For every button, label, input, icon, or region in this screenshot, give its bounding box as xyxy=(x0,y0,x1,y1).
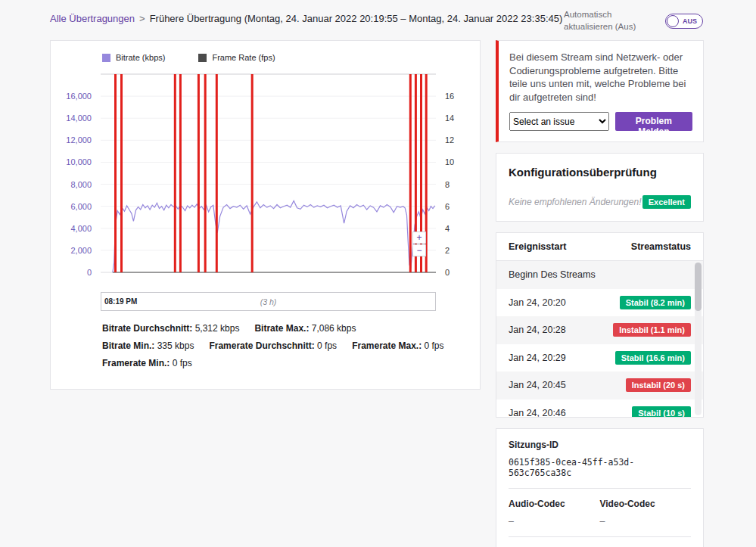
auto-refresh-toggle[interactable]: AUS xyxy=(665,14,703,29)
issue-alert-card: Bei diesem Stream sind Netzwerk- oder Co… xyxy=(496,40,704,142)
event-time: Jan 24, 20:45 xyxy=(509,380,566,390)
breadcrumb-separator: > xyxy=(139,13,145,24)
top-bar: Alle Übertragungen>Frühere Übertragung (… xyxy=(0,0,756,40)
configuration-check-card: Konfigurationsüberprüfung Keine empfohle… xyxy=(496,153,704,222)
stream-stats: Bitrate Durchschnitt: 5,312 kbpsBitrate … xyxy=(102,323,468,368)
breadcrumb-link-all-broadcasts[interactable]: Alle Übertragungen xyxy=(50,13,135,24)
issue-alert-message: Bei diesem Stream sind Netzwerk- oder Co… xyxy=(509,51,692,104)
breadcrumb: Alle Übertragungen>Frühere Übertragung (… xyxy=(50,9,562,24)
session-id-label: Sitzungs-ID xyxy=(509,440,691,450)
events-column-status: Streamstatus xyxy=(631,241,691,252)
axis-tick-label: 2,000 xyxy=(70,246,92,255)
axis-tick-label: 0 xyxy=(445,268,450,277)
session-field-label: Video-Codec xyxy=(600,499,692,509)
disconnect-marker xyxy=(174,74,176,272)
events-scrollbar[interactable] xyxy=(695,263,702,415)
chart-legend: Bitrate (kbps)Frame Rate (fps) xyxy=(102,53,468,62)
legend-label: Bitrate (kbps) xyxy=(116,53,165,62)
events-scrollbar-thumb[interactable] xyxy=(695,263,702,311)
session-field: Audio-Codec– xyxy=(509,499,600,527)
stat: Framerate Durchschnitt: 0 fps xyxy=(209,340,337,351)
auto-refresh-label: Automatisch aktualisieren (Aus) xyxy=(564,9,656,33)
axis-tick-label: 14 xyxy=(445,113,454,123)
breadcrumb-current: Frühere Übertragung (Montag, 24. Januar … xyxy=(150,13,563,24)
disconnect-marker xyxy=(114,74,117,272)
session-field-value: – xyxy=(509,516,600,527)
axis-tick-label: 4,000 xyxy=(70,224,92,233)
stream-health-chart-card: Bitrate (kbps)Frame Rate (fps) 02,0004,0… xyxy=(50,40,481,390)
status-badge: Instabil (1.1 min) xyxy=(613,323,691,337)
event-time: Jan 24, 20:20 xyxy=(509,297,566,308)
event-row: Jan 24, 20:46Stabil (10 s) xyxy=(496,399,703,418)
axis-tick-label: 6,000 xyxy=(70,202,92,211)
event-row: Jan 24, 20:45Instabil (20 s) xyxy=(496,371,703,399)
status-badge: Instabil (20 s) xyxy=(626,378,691,392)
axis-tick-label: 12 xyxy=(445,135,454,145)
legend-swatch-icon xyxy=(102,54,110,62)
events-list: Beginn Des StreamsJan 24, 20:20Stabil (8… xyxy=(496,261,703,417)
configuration-check-message: Keine empfohlenen Änderungen! xyxy=(509,197,641,207)
event-time: Beginn Des Streams xyxy=(509,269,596,280)
stream-events-card: Ereignisstart Streamstatus Beginn Des St… xyxy=(496,232,704,418)
disconnect-marker xyxy=(179,74,182,272)
legend-swatch-icon xyxy=(198,54,207,62)
disconnect-marker xyxy=(409,74,412,272)
bitrate-framerate-chart[interactable]: 02,0004,0006,0008,00010,00012,00014,0001… xyxy=(63,67,469,283)
issue-select[interactable]: Select an issue xyxy=(509,112,609,131)
axis-tick-label: 14,000 xyxy=(66,113,92,123)
event-row: Beginn Des Streams xyxy=(496,261,703,289)
status-badge: Stabil (8.2 min) xyxy=(620,296,691,309)
time-range-selector[interactable]: 08:19 PM (3 h) xyxy=(101,292,436,311)
axis-tick-label: 12,000 xyxy=(66,135,92,145)
disconnect-marker xyxy=(120,74,123,272)
session-field-value: – xyxy=(600,516,692,527)
right-column: Bei diesem Stream sind Netzwerk- oder Co… xyxy=(496,40,704,547)
legend-label: Frame Rate (fps) xyxy=(212,53,275,62)
axis-tick-label: 0 xyxy=(87,268,92,277)
toggle-knob-icon xyxy=(667,15,679,27)
stat: Bitrate Min.: 335 kbps xyxy=(102,340,194,351)
session-info-card: Sitzungs-ID 0615f385-0cea-45ff-a53d-563c… xyxy=(496,428,704,547)
axis-tick-label: 8 xyxy=(445,180,450,189)
axis-tick-label: 10 xyxy=(445,157,454,166)
legend-item: Frame Rate (fps) xyxy=(198,53,275,62)
axis-tick-label: 4 xyxy=(445,224,450,233)
stat: Framerate Min.: 0 fps xyxy=(102,358,192,368)
stat: Bitrate Max.: 7,086 kbps xyxy=(254,323,356,334)
events-column-start: Ereignisstart xyxy=(509,241,566,252)
time-range-label: (3 h) xyxy=(101,297,435,306)
configuration-check-title: Konfigurationsüberprüfung xyxy=(509,166,691,179)
event-time: Jan 24, 20:29 xyxy=(509,353,566,363)
legend-item: Bitrate (kbps) xyxy=(102,53,165,62)
status-badge: Stabil (10 s) xyxy=(632,406,691,417)
bitrate-line xyxy=(113,200,435,272)
report-problem-button[interactable]: Problem Melden xyxy=(615,112,692,131)
axis-tick-label: 16,000 xyxy=(66,92,92,101)
axis-tick-label: 10,000 xyxy=(66,157,92,166)
session-field: Video-Codec– xyxy=(600,499,692,527)
session-field-label: Audio-Codec xyxy=(509,499,600,509)
chart-area: 02,0004,0006,0008,00010,00012,00014,0001… xyxy=(63,67,468,286)
axis-tick-label: 16 xyxy=(445,92,454,101)
disconnect-marker xyxy=(251,74,254,272)
event-time: Jan 24, 20:28 xyxy=(509,325,566,335)
axis-tick-label: 8,000 xyxy=(70,180,92,189)
disconnect-marker xyxy=(198,74,200,272)
disconnect-marker xyxy=(204,74,207,272)
zoom-in-button[interactable]: + xyxy=(412,232,426,244)
disconnect-marker xyxy=(216,74,218,272)
event-row: Jan 24, 20:29Stabil (16.6 min) xyxy=(496,344,703,372)
status-badge: Stabil (16.6 min) xyxy=(615,351,691,365)
session-id-value: 0615f385-0cea-45ff-a53d-563c765ca38c xyxy=(509,457,691,478)
event-time: Jan 24, 20:46 xyxy=(509,408,566,417)
excellent-badge: Excellent xyxy=(642,195,691,209)
stat: Framerate Max.: 0 fps xyxy=(352,340,443,351)
stat: Bitrate Durchschnitt: 5,312 kbps xyxy=(102,323,239,334)
toggle-state-label: AUS xyxy=(683,17,697,25)
event-row: Jan 24, 20:20Stabil (8.2 min) xyxy=(496,289,703,317)
chart-zoom-controls: + − xyxy=(412,232,426,256)
axis-tick-label: 2 xyxy=(445,246,450,255)
zoom-out-button[interactable]: − xyxy=(412,244,426,256)
event-row: Jan 24, 20:28Instabil (1.1 min) xyxy=(496,316,703,344)
axis-tick-label: 6 xyxy=(445,202,450,211)
